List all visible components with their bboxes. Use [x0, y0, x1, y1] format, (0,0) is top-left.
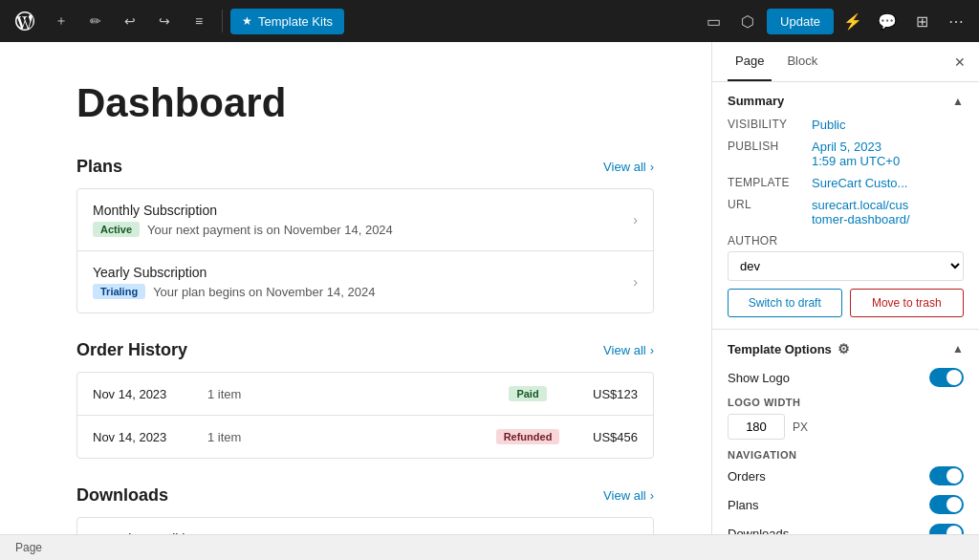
content-area: Dashboard Plans View all › Monthly Subsc…: [0, 42, 711, 534]
order-amount-1: US$123: [571, 387, 638, 401]
nav-orders-toggle[interactable]: [929, 466, 964, 485]
nav-plans-label: Plans: [728, 498, 759, 512]
publish-row: Publish April 5, 2023 1:59 am UTC+0: [728, 140, 964, 168]
gear-icon: ⚙: [838, 341, 850, 356]
plans-section: Plans View all › Monthly Subscription Ac…: [76, 157, 654, 313]
nav-orders-label: Orders: [728, 469, 766, 484]
download-item-title: Camping & Hiking Icons: [93, 531, 235, 534]
right-panel: Page Block ✕ Summary ▲ Visibility Public…: [711, 42, 979, 534]
summary-chevron-icon: ▲: [952, 95, 964, 108]
publish-line1: April 5, 2023: [812, 140, 881, 154]
order-chevron-right-icon: ›: [650, 343, 654, 357]
plan-item-yearly-description: Your plan begins on November 14, 2024: [153, 285, 375, 299]
wp-logo[interactable]: [8, 4, 42, 38]
template-kits-button[interactable]: ★ Template Kits: [230, 9, 344, 34]
author-select[interactable]: dev: [728, 251, 964, 281]
show-logo-row: Show Logo: [728, 368, 964, 387]
plan-item-yearly-meta: Trialing Your plan begins on November 14…: [93, 284, 375, 299]
redo-button[interactable]: ↪: [149, 6, 180, 36]
downloads-view-all-link[interactable]: View all ›: [603, 488, 654, 503]
template-options-chevron: ▲: [952, 342, 964, 355]
template-options-title-text: Template Options: [728, 342, 832, 356]
order-history-title: Order History: [76, 340, 187, 360]
plan-item-yearly-title: Yearly Subscription: [93, 265, 375, 280]
action-row: Switch to draft Move to trash: [728, 289, 964, 317]
plan-item-yearly[interactable]: Yearly Subscription Trialing Your plan b…: [77, 251, 653, 312]
logo-width-label: LOGO WIDTH: [728, 397, 964, 408]
plans-section-title: Plans: [76, 157, 122, 177]
summary-section-header: Summary ▲: [728, 94, 964, 108]
order-history-header: Order History View all ›: [76, 340, 654, 360]
comments-button[interactable]: 💬: [872, 6, 903, 36]
plan-item-monthly[interactable]: Monthly Subscription Active Your next pa…: [77, 189, 653, 251]
toolbar-right: ▭ ⬡ Update ⚡ 💬 ⊞ ⋯: [698, 6, 971, 36]
summary-section: Summary ▲ Visibility Public Publish Apri…: [712, 82, 979, 330]
bottom-bar: Page: [0, 534, 979, 560]
order-items-2: 1 item: [207, 430, 485, 444]
logo-width-unit: PX: [793, 420, 808, 434]
show-logo-toggle[interactable]: [929, 368, 964, 387]
url-line2: tomer-dashboard/: [812, 212, 910, 226]
nav-plans-toggle[interactable]: [929, 495, 964, 514]
paid-badge: Paid: [509, 386, 546, 401]
template-kits-label: Template Kits: [258, 14, 333, 29]
undo-button[interactable]: ↩: [115, 6, 145, 36]
template-label: Template: [728, 176, 804, 189]
url-line1: surecart.local/cus: [812, 198, 908, 212]
plan-item-description: Your next payment is on November 14, 202…: [147, 223, 393, 237]
nav-plans-row: Plans: [728, 495, 964, 514]
active-badge: Active: [93, 222, 140, 237]
page-title: Dashboard: [76, 80, 654, 126]
view-button[interactable]: ▭: [698, 6, 729, 36]
bolt-icon-button[interactable]: ⚡: [838, 6, 868, 36]
order-status-1: Paid: [485, 386, 571, 401]
tools-button[interactable]: ✏: [80, 6, 111, 36]
template-options-header: Template Options ⚙ ▲: [728, 341, 964, 356]
logo-width-row: PX: [728, 414, 964, 440]
order-date-1: Nov 14, 2023: [93, 387, 207, 401]
more-options-button[interactable]: ⋯: [941, 6, 971, 36]
external-link-button[interactable]: ⬡: [732, 6, 763, 36]
visibility-value[interactable]: Public: [812, 118, 845, 132]
visibility-label: Visibility: [728, 118, 804, 131]
visibility-row: Visibility Public: [728, 118, 964, 132]
downloads-section: Downloads View all › Camping & Hiking Ic…: [76, 485, 654, 534]
panel-close-button[interactable]: ✕: [948, 51, 971, 74]
plans-view-all-link[interactable]: View all ›: [603, 160, 654, 174]
move-to-trash-button[interactable]: Move to trash: [850, 289, 965, 317]
template-options-title: Template Options ⚙: [728, 341, 850, 356]
download-item-1[interactable]: Camping & Hiking Icons: [77, 518, 653, 534]
nav-orders-row: Orders: [728, 466, 964, 485]
bottom-bar-label: Page: [15, 541, 42, 554]
order-row-2[interactable]: Nov 14, 2023 1 item Refunded US$456: [77, 416, 653, 458]
switch-to-draft-button[interactable]: Switch to draft: [728, 289, 842, 317]
order-history-card: Nov 14, 2023 1 item Paid US$123 Nov 14, …: [76, 372, 654, 459]
update-button[interactable]: Update: [767, 9, 834, 34]
order-row-1[interactable]: Nov 14, 2023 1 item Paid US$123: [77, 373, 653, 416]
downloads-card: Camping & Hiking Icons: [76, 517, 654, 534]
plans-card: Monthly Subscription Active Your next pa…: [76, 188, 654, 313]
add-block-button[interactable]: ＋: [46, 6, 76, 36]
order-history-view-all-link[interactable]: View all ›: [603, 343, 654, 357]
list-view-button[interactable]: ≡: [184, 6, 214, 36]
tab-block[interactable]: Block: [779, 42, 825, 81]
trialing-badge: Trialing: [93, 284, 145, 299]
order-history-view-all-label: View all: [603, 343, 646, 357]
downloads-section-title: Downloads: [76, 485, 168, 506]
panel-toggle-button[interactable]: ⊞: [906, 6, 937, 36]
publish-value[interactable]: April 5, 2023 1:59 am UTC+0: [812, 140, 900, 168]
template-value[interactable]: SureCart Custo...: [812, 176, 907, 190]
publish-label: Publish: [728, 140, 804, 153]
navigation-label: NAVIGATION: [728, 449, 964, 461]
order-status-2: Refunded: [485, 429, 571, 444]
nav-downloads-toggle[interactable]: [929, 524, 964, 534]
order-amount-2: US$456: [571, 430, 638, 444]
tab-page[interactable]: Page: [728, 42, 772, 81]
logo-width-input[interactable]: [728, 414, 785, 440]
downloads-view-all-label: View all: [603, 488, 646, 503]
plan-item-meta: Active Your next payment is on November …: [93, 222, 393, 237]
url-label: URL: [728, 198, 804, 211]
url-value[interactable]: surecart.local/cus tomer-dashboard/: [812, 198, 910, 226]
template-options-section: Template Options ⚙ ▲ Show Logo LOGO WIDT…: [712, 330, 979, 534]
chevron-right-icon: ›: [650, 160, 654, 174]
